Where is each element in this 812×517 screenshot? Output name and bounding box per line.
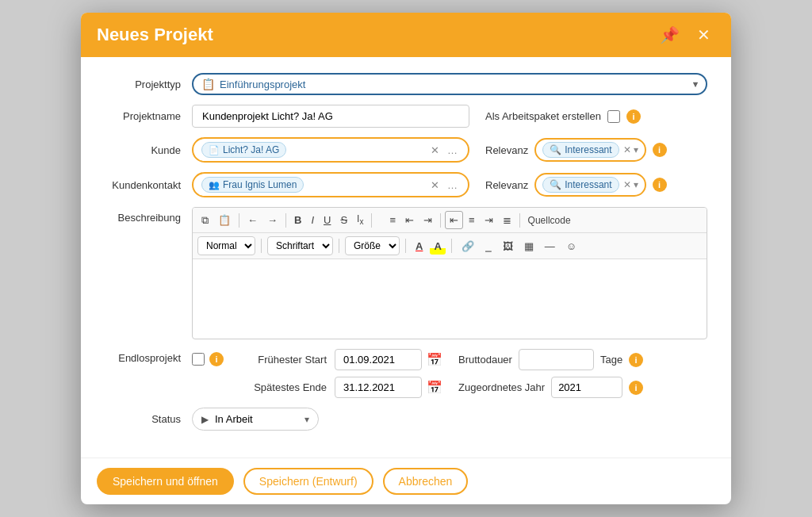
toolbar-bold-btn[interactable]: B [290, 212, 305, 228]
projekttyp-control: 📋 Einführungsprojekt ▾ [192, 73, 707, 95]
toolbar-strike-btn[interactable]: S [336, 212, 351, 228]
toolbar-underline-btn[interactable]: U [320, 212, 335, 228]
status-select[interactable]: In Arbeit [192, 408, 319, 431]
kunde-row: Kunde 📄 Licht? Ja! AG ✕ … Relevanz [105, 137, 707, 163]
kunde-clear-btn[interactable]: ✕ [428, 144, 442, 157]
kundenkontakt-relevanz-value: Interessant [565, 179, 611, 190]
editor-container: ⧉ 📋 ← → B I U S Ix ⁣ ≡ ⇤ [192, 207, 707, 339]
als-arbeitspaket-info-icon[interactable]: i [626, 109, 641, 124]
kunde-label: Kunde [105, 144, 192, 156]
toolbar-orderedlist-btn[interactable]: ⁣ [376, 212, 384, 228]
status-select-wrapper: ▶ In Arbeit ▾ [192, 408, 319, 431]
kunde-field[interactable]: 📄 Licht? Ja! AG ✕ … [192, 137, 469, 163]
dialog-body: Projekttyp 📋 Einführungsprojekt ▾ Projek… [81, 57, 731, 458]
toolbar-redo-btn[interactable]: → [263, 212, 282, 228]
toolbar-undo-btn[interactable]: ← [243, 212, 262, 228]
endlos-checkbox[interactable] [192, 353, 205, 366]
toolbar-justify-btn[interactable]: ≣ [499, 212, 515, 228]
frühester-start-label: Frühester Start [239, 354, 335, 366]
kunde-relevanz-clear-btn[interactable]: ✕ [623, 144, 631, 155]
save-open-button[interactable]: Speichern und öffnen [97, 468, 234, 495]
dialog-header: Neues Projekt 📌 ✕ [81, 13, 731, 57]
kunde-relevanz-value: Interessant [565, 144, 611, 155]
toolbar-copy-btn[interactable]: ⧉ [197, 212, 213, 229]
kundenkontakt-relevanz-clear-btn[interactable]: ✕ [623, 179, 631, 190]
projektname-control [192, 105, 469, 128]
kundenkontakt-relevanz-tag: 🔍 Interessant [542, 177, 619, 193]
endlos-inner: Endlosprojekt [118, 352, 181, 364]
beschreibung-editor[interactable] [193, 259, 707, 339]
kundenkontakt-row: Kundenkontakt 👥 Frau Ignis Lumen ✕ … Rel… [105, 172, 707, 197]
kundenkontakt-more-btn[interactable]: … [445, 178, 460, 192]
toolbar-indent-btn[interactable]: ⇥ [419, 212, 436, 228]
projektname-row: Projektname Als Arbeitspaket erstellen i [105, 105, 707, 128]
kundenkontakt-relevanz-field: 🔍 Interessant ✕ ▾ [534, 173, 645, 197]
kunde-relevanz-tag: 🔍 Interessant [542, 142, 619, 158]
save-draft-button[interactable]: Speichern (Entwurf) [243, 468, 373, 495]
kundenkontakt-clear-btn[interactable]: ✕ [428, 178, 442, 192]
zugeordnetes-jahr-input[interactable] [551, 377, 622, 398]
toolbar-size-select[interactable]: Größe [345, 236, 400, 255]
kunde-field-actions: ✕ … [428, 144, 460, 157]
toolbar-alignleft-btn[interactable]: ⇤ [445, 211, 463, 229]
toolbar-link-btn[interactable]: 🔗 [458, 238, 478, 255]
kunde-relevanz-info-icon[interactable]: i [653, 143, 667, 157]
toolbar-hr-btn[interactable]: — [541, 238, 559, 255]
kundenkontakt-relevanz-info-icon[interactable]: i [653, 178, 667, 192]
projektname-input[interactable] [192, 105, 469, 128]
kunde-more-btn[interactable]: … [445, 144, 460, 157]
kunde-relevanz-chevron-btn[interactable]: ▾ [634, 144, 638, 155]
header-actions: 📌 ✕ [655, 24, 715, 46]
endlos-info-icon[interactable]: i [209, 352, 224, 366]
toolbar-table-btn[interactable]: ▦ [520, 238, 538, 255]
bruttodauer-input[interactable] [519, 349, 594, 370]
toolbar-alignright-btn[interactable]: ⇥ [481, 212, 497, 228]
right-dates: Bruttodauer Tage i Zugeordnetes Jahr i [458, 349, 643, 404]
kundenkontakt-field[interactable]: 👥 Frau Ignis Lumen ✕ … [192, 172, 469, 197]
toolbar-sep-7 [339, 239, 339, 253]
bruttodauer-suffix: Tage [600, 354, 622, 366]
zugeordnetes-jahr-row: Zugeordnetes Jahr i [458, 377, 643, 398]
kundenkontakt-tag-icon: 👥 [209, 180, 220, 190]
toolbar-format-select[interactable]: Normal [197, 236, 255, 255]
pin-button[interactable]: 📌 [655, 24, 684, 46]
toolbar-emoji-btn[interactable]: ☺ [562, 238, 580, 255]
bruttodauer-row: Bruttodauer Tage i [458, 349, 643, 370]
toolbar-paste-btn[interactable]: 📋 [214, 212, 235, 228]
kunde-relevanz-actions: ✕ ▾ [623, 144, 638, 155]
projektname-label: Projektname [105, 110, 192, 122]
toolbar-italic-btn[interactable]: I [307, 212, 318, 228]
toolbar-source-btn[interactable]: Quellcode [524, 213, 575, 228]
bruttodauer-info-icon[interactable]: i [629, 353, 643, 367]
spätestes-ende-calendar-icon[interactable]: 📅 [427, 380, 442, 395]
toolbar-unorderedlist-btn[interactable]: ≡ [385, 212, 400, 228]
toolbar-highlight-btn[interactable]: A [430, 238, 445, 255]
kunde-relevanz-label: Relevanz [485, 144, 528, 156]
zugeordnetes-jahr-info-icon[interactable]: i [629, 381, 643, 395]
beschreibung-control: ⧉ 📋 ← → B I U S Ix ⁣ ≡ ⇤ [192, 207, 707, 339]
toolbar-outdent-btn[interactable]: ⇤ [401, 212, 418, 228]
toolbar-aligncenter-btn[interactable]: ≡ [465, 212, 479, 228]
kundenkontakt-relevanz-chevron-btn[interactable]: ▾ [634, 179, 638, 190]
zugeordnetes-jahr-label: Zugeordnetes Jahr [458, 381, 545, 393]
endlos-checkbox-section: i [192, 349, 224, 366]
cancel-button[interactable]: Abbrechen [383, 468, 469, 495]
frühester-start-input[interactable] [335, 349, 422, 370]
frühester-start-calendar-icon[interactable]: 📅 [427, 352, 442, 367]
dialog-title: Neues Projekt [97, 25, 213, 45]
als-arbeitspaket-checkbox[interactable] [607, 110, 620, 123]
toolbar-sep-6 [261, 239, 262, 253]
toolbar-unlink-btn[interactable]: ⎯ [481, 238, 496, 255]
toolbar-fontcolor-btn[interactable]: A [412, 238, 427, 255]
toolbar-clearformat-btn[interactable]: Ix [353, 211, 367, 228]
toolbar-font-select[interactable]: Schriftart [267, 236, 333, 255]
projekttyp-select-wrapper: 📋 Einführungsprojekt ▾ [192, 73, 707, 95]
kundenkontakt-control: 👥 Frau Ignis Lumen ✕ … [192, 172, 469, 197]
projekttyp-type-icon: 📋 [201, 78, 215, 90]
endlos-section: Endlosprojekt [105, 349, 192, 364]
kunde-relevanz-field: 🔍 Interessant ✕ ▾ [534, 138, 645, 162]
toolbar-image-btn[interactable]: 🖼 [499, 238, 517, 255]
close-button[interactable]: ✕ [692, 24, 715, 46]
projekttyp-chevron: ▾ [693, 79, 698, 90]
spätestes-ende-input[interactable] [335, 377, 422, 398]
